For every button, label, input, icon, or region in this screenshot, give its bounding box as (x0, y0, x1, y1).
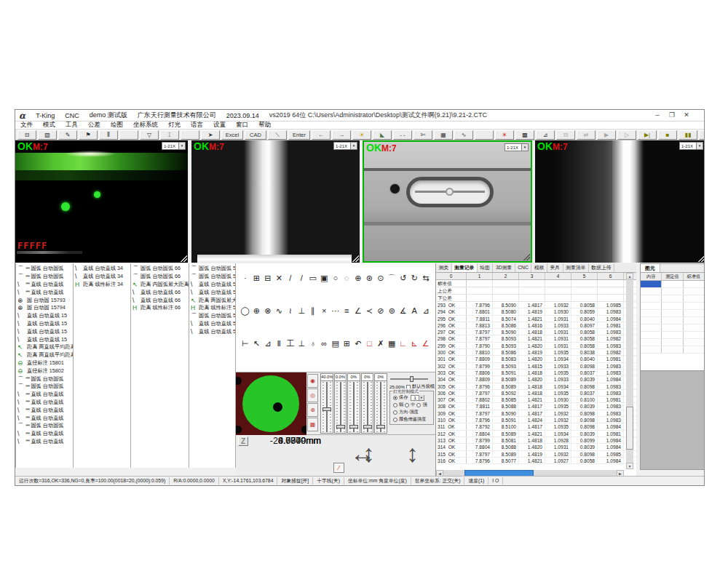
camera3-lens-select[interactable]: 1-21X▾ (505, 143, 529, 151)
element-list-item[interactable]: ↖距离两圆弧最大距离 (189, 296, 235, 304)
resize-grip[interactable] (179, 254, 187, 262)
light-preset-select[interactable]: 1▾ (411, 395, 424, 401)
element-list-item[interactable]: \直线自动直线 34 (74, 265, 130, 273)
run-control-button[interactable]: ■ (658, 130, 677, 140)
element-list-item[interactable]: ⌒圆弧自动圆弧 55 (189, 273, 235, 281)
light-mode-radio-color[interactable] (393, 418, 397, 422)
ring-segment-button[interactable]: ▦ (307, 418, 318, 431)
toolbox-icon[interactable]: ⊛ (364, 273, 376, 283)
scroll-down-icon[interactable]: ▼ (626, 463, 633, 469)
menu-item[interactable]: 绘图 (106, 121, 128, 129)
element-list-item[interactable]: ⌒圆弧自动圆弧 55 (189, 312, 235, 320)
measurement-row[interactable]: 296 OK 7.8813 8.5086 1.4816 1.0933 0.809… (436, 322, 636, 329)
toolbox-icon[interactable]: ↖ (251, 338, 263, 348)
measurement-row[interactable]: 299 OK 7.8790 8.5093 1.4820 1.0931 0.805… (436, 343, 636, 349)
ring-segment-button[interactable]: ⊕ (307, 403, 318, 417)
toolbox-icon[interactable]: ⊢ (240, 338, 251, 348)
toolbox-icon[interactable]: ≡ (341, 306, 353, 316)
toolbar-button[interactable]: ⌶ (160, 130, 179, 140)
measurement-row[interactable]: 309 OK 7.8797 8.5090 1.4817 1.0932 0.809… (436, 410, 636, 417)
minimize-button[interactable]: – (650, 111, 665, 121)
toolbar-button[interactable]: ✳ (495, 130, 514, 140)
menu-item[interactable]: 模式 (38, 121, 60, 129)
element-list-item[interactable]: \直线自动直线 34 (74, 273, 130, 281)
slider-thumb[interactable] (363, 425, 372, 428)
light-mode-radio-direction[interactable] (393, 410, 397, 415)
measurement-row[interactable]: 293 OK 7.8796 8.5090 1.4817 1.0932 0.805… (436, 302, 636, 308)
element-list-item[interactable]: \直线自动直线 55 (189, 327, 235, 335)
light-channel-slider[interactable]: 0% (361, 373, 374, 434)
element-list-item[interactable]: ⌒***圆弧自动圆弧 (16, 375, 73, 383)
toolbox-icon[interactable]: · (240, 273, 251, 283)
maximize-button[interactable]: ❐ (665, 111, 679, 121)
element-list-item[interactable]: H距离线性标注 34 (74, 281, 130, 289)
toolbox-icon[interactable]: ⇆ (420, 273, 432, 283)
element-list-item[interactable]: \直线自动直线 15 (16, 320, 73, 328)
table-tab[interactable]: 测量记录 (452, 263, 478, 272)
camera4-lens-select[interactable]: 1-21X▾ (679, 142, 703, 150)
toolbox-icon[interactable]: ∟ (397, 338, 409, 348)
element-list-item[interactable]: \***直线自动直线 (16, 438, 73, 446)
toolbox-icon[interactable]: × (319, 306, 331, 316)
toolbox-icon[interactable]: ⊾ (409, 338, 421, 348)
resize-grip[interactable] (351, 254, 359, 262)
measurement-row[interactable]: 314 OK 7.8804 8.5088 1.4820 1.0931 0.803… (436, 444, 636, 450)
toolbar-button[interactable]: Enter (288, 130, 310, 140)
run-control-button[interactable]: ⇄ (577, 130, 596, 140)
xy-jog-pad[interactable]: ↔ ↕ (350, 434, 397, 474)
toolbar-button[interactable]: - - (393, 130, 412, 140)
element-list-item[interactable]: ⌒圆弧自动圆弧 66 (131, 265, 189, 273)
primitive-row[interactable] (641, 281, 705, 288)
toolbox-icon[interactable]: ⋯ (330, 306, 341, 316)
toolbox-icon[interactable]: ∿ (274, 306, 285, 316)
camera-view-3-selected[interactable]: OKM:7 1-21X▾ (363, 140, 532, 263)
toolbox-icon[interactable]: ⊙ (375, 273, 387, 283)
menu-item[interactable]: 公差 (83, 121, 106, 129)
table-tab[interactable]: 数据上传 (589, 263, 614, 272)
element-list-item[interactable]: ↖距离内圆弧最大距离 (131, 281, 189, 289)
element-list-item[interactable]: \***直线自动直线 (16, 281, 73, 289)
ring-light-preview[interactable] (236, 372, 306, 435)
toolbox-icon[interactable]: ⊘ (375, 306, 387, 316)
measurement-row[interactable]: 297 OK 7.8797 8.5090 1.4818 1.0931 0.805… (436, 329, 636, 335)
table-vertical-scrollbar[interactable]: ▲ ▼ (626, 273, 633, 469)
measurement-row[interactable]: 294 OK 7.8801 8.5080 1.4819 1.0930 0.805… (436, 308, 636, 315)
toolbar-button[interactable]: Excel (221, 130, 243, 140)
toolbox-icon[interactable]: ≺ (364, 306, 376, 316)
measurement-row[interactable]: 300 OK 7.8810 8.5086 1.4819 1.0935 0.803… (436, 349, 636, 356)
element-list-item[interactable]: ⊖直径标注15802 (16, 367, 73, 375)
element-list-item[interactable]: ⌒***圆弧自动圆弧 (16, 273, 73, 281)
element-list-item[interactable]: ⊖直径标注15801 (16, 359, 73, 367)
menu-item[interactable]: 窗口 (231, 121, 253, 129)
axis-button[interactable]: Z (238, 437, 248, 446)
slider-thumb[interactable] (376, 425, 385, 428)
measurement-row[interactable]: 303 OK 7.8806 8.5091 1.4818 1.0935 0.803… (436, 370, 636, 376)
slider-thumb[interactable] (410, 376, 414, 382)
toolbox-icon[interactable]: ✗ (375, 338, 387, 348)
element-list-item[interactable]: ⊕圆自动圆 15794 (16, 304, 73, 312)
element-list-item[interactable]: ⌒***圆弧自动圆弧 (16, 265, 73, 273)
toolbox-icon[interactable]: ⊞ (251, 273, 263, 283)
element-list-item[interactable]: \直线自动直线 66 (131, 288, 189, 296)
element-list-item[interactable]: \直线自动直线 55 (189, 288, 235, 296)
selected-cell[interactable] (641, 281, 662, 287)
toolbox-icon[interactable]: ⊟ (262, 273, 274, 283)
table-tab[interactable]: 3D测量 (493, 263, 515, 272)
element-list-item[interactable]: \直线自动直线 15 (16, 312, 73, 320)
toolbar-button[interactable]: ☀ (352, 130, 371, 140)
toolbox-icon[interactable]: ⊿ (262, 338, 274, 348)
light-channel-slider[interactable]: 40.0% (320, 373, 333, 434)
camera1-lens-select[interactable]: 1-21X▾ (162, 142, 186, 150)
element-list-item[interactable]: \***直线自动直线 (16, 288, 73, 296)
toolbox-icon[interactable]: ▭ (307, 273, 319, 283)
camera-view-1[interactable]: OKM:7 1-21X▾ FFFFF (15, 140, 188, 263)
toolbox-icon[interactable]: ∠ (352, 306, 364, 316)
run-control-button[interactable]: ▶ (597, 130, 616, 140)
toolbox-icon[interactable]: ⊥ (296, 338, 308, 348)
menu-item[interactable]: 灯光 (163, 121, 186, 129)
toolbar-button[interactable]: ✎ (58, 130, 77, 140)
element-list-item[interactable]: \***直线自动直线 (16, 406, 73, 414)
element-list-item[interactable]: H距离线性标注 66 (131, 304, 189, 312)
ring-segment-button[interactable]: ◎ (307, 388, 318, 402)
element-list-item[interactable]: \***直线自动直线 (16, 414, 73, 422)
